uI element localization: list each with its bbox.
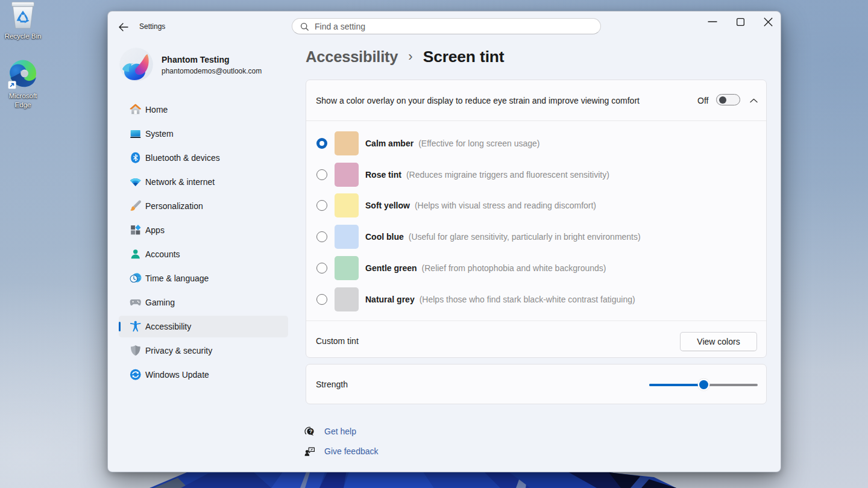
svg-text:?: ? bbox=[309, 428, 313, 434]
